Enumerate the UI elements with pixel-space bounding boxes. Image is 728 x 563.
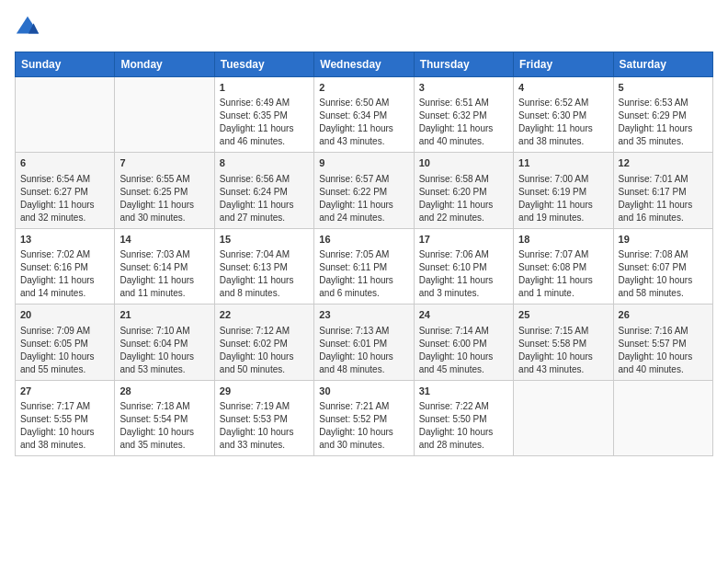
daylight-text: Daylight: 10 hours and 58 minutes. [619,274,708,300]
calendar-cell: 1Sunrise: 6:49 AMSunset: 6:35 PMDaylight… [214,77,313,153]
sunrise-text: Sunrise: 7:08 AM [619,248,708,261]
sunrise-text: Sunrise: 6:51 AM [419,97,508,109]
calendar-cell: 16Sunrise: 7:05 AMSunset: 6:11 PMDayligh… [314,228,414,304]
daylight-text: Daylight: 10 hours and 35 minutes. [119,426,209,452]
day-number: 15 [220,233,309,247]
day-number: 10 [419,156,508,170]
daylight-text: Daylight: 10 hours and 43 minutes. [518,350,608,376]
daylight-text: Daylight: 11 hours and 11 minutes. [119,274,209,300]
sunrise-text: Sunrise: 7:07 AM [518,248,608,261]
day-header-thursday: Thursday [414,52,513,77]
calendar-cell: 7Sunrise: 6:55 AMSunset: 6:25 PMDaylight… [115,153,214,228]
daylight-text: Daylight: 11 hours and 38 minutes. [518,122,608,148]
sunset-text: Sunset: 5:55 PM [20,413,109,426]
calendar-cell: 2Sunrise: 6:50 AMSunset: 6:34 PMDaylight… [314,77,414,153]
daylight-text: Daylight: 11 hours and 24 minutes. [319,199,408,224]
daylight-text: Daylight: 10 hours and 28 minutes. [419,426,508,452]
day-number: 20 [20,308,109,322]
calendar-cell: 24Sunrise: 7:14 AMSunset: 6:00 PMDayligh… [414,304,513,380]
calendar-week-2: 6Sunrise: 6:54 AMSunset: 6:27 PMDaylight… [16,153,713,228]
calendar-week-1: 1Sunrise: 6:49 AMSunset: 6:35 PMDaylight… [16,77,713,153]
sunrise-text: Sunrise: 6:57 AM [319,173,408,186]
calendar-cell: 15Sunrise: 7:04 AMSunset: 6:13 PMDayligh… [214,228,313,304]
daylight-text: Daylight: 11 hours and 6 minutes. [319,274,408,300]
sunset-text: Sunset: 6:22 PM [319,186,408,199]
sunrise-text: Sunrise: 6:55 AM [119,173,209,186]
calendar-cell: 26Sunrise: 7:16 AMSunset: 5:57 PMDayligh… [613,304,712,380]
day-number: 14 [119,233,209,247]
sunrise-text: Sunrise: 7:03 AM [119,248,209,261]
sunset-text: Sunset: 5:50 PM [419,413,508,426]
day-number: 31 [419,385,508,398]
day-number: 23 [319,308,408,322]
sunset-text: Sunset: 6:10 PM [419,261,508,274]
sunset-text: Sunset: 6:13 PM [220,261,309,274]
sunrise-text: Sunrise: 7:04 AM [220,248,309,261]
calendar-cell: 18Sunrise: 7:07 AMSunset: 6:08 PMDayligh… [514,228,613,304]
calendar-cell [613,380,712,455]
sunrise-text: Sunrise: 7:21 AM [319,400,408,413]
sunrise-text: Sunrise: 7:09 AM [20,325,109,338]
sunset-text: Sunset: 6:11 PM [319,261,408,274]
day-number: 9 [319,156,408,170]
daylight-text: Daylight: 11 hours and 19 minutes. [518,199,608,224]
daylight-text: Daylight: 10 hours and 55 minutes. [20,350,109,376]
sunset-text: Sunset: 6:19 PM [518,186,608,199]
sunset-text: Sunset: 5:53 PM [220,413,309,426]
calendar-cell: 30Sunrise: 7:21 AMSunset: 5:52 PMDayligh… [314,380,414,455]
page-header [15,15,713,40]
sunset-text: Sunset: 6:14 PM [119,261,209,274]
sunrise-text: Sunrise: 6:52 AM [518,97,608,109]
day-header-monday: Monday [115,52,214,77]
calendar-cell: 14Sunrise: 7:03 AMSunset: 6:14 PMDayligh… [115,228,214,304]
sunrise-text: Sunrise: 6:56 AM [220,173,309,186]
calendar-cell: 17Sunrise: 7:06 AMSunset: 6:10 PMDayligh… [414,228,513,304]
sunset-text: Sunset: 5:58 PM [518,338,608,350]
calendar-cell: 31Sunrise: 7:22 AMSunset: 5:50 PMDayligh… [414,380,513,455]
sunrise-text: Sunrise: 7:15 AM [518,325,608,338]
daylight-text: Daylight: 11 hours and 40 minutes. [419,122,508,148]
calendar-cell: 19Sunrise: 7:08 AMSunset: 6:07 PMDayligh… [613,228,712,304]
sunrise-text: Sunrise: 6:49 AM [220,97,309,109]
sunrise-text: Sunrise: 7:17 AM [20,400,109,413]
day-number: 28 [119,385,209,398]
calendar-body: 1Sunrise: 6:49 AMSunset: 6:35 PMDaylight… [16,77,713,456]
calendar-cell: 21Sunrise: 7:10 AMSunset: 6:04 PMDayligh… [115,304,214,380]
day-number: 16 [319,233,408,247]
day-number: 24 [419,308,508,322]
sunset-text: Sunset: 6:30 PM [518,109,608,122]
calendar-cell [16,77,115,153]
day-number: 25 [518,308,608,322]
daylight-text: Daylight: 11 hours and 3 minutes. [419,274,508,300]
calendar-header-row: SundayMondayTuesdayWednesdayThursdayFrid… [16,52,713,77]
calendar-week-4: 20Sunrise: 7:09 AMSunset: 6:05 PMDayligh… [16,304,713,380]
sunset-text: Sunset: 6:29 PM [619,109,708,122]
daylight-text: Daylight: 11 hours and 8 minutes. [220,274,309,300]
day-number: 8 [220,156,309,170]
calendar-cell: 28Sunrise: 7:18 AMSunset: 5:54 PMDayligh… [115,380,214,455]
day-number: 2 [319,81,408,95]
calendar-cell: 9Sunrise: 6:57 AMSunset: 6:22 PMDaylight… [314,153,414,228]
day-number: 21 [119,308,209,322]
day-number: 1 [220,81,309,95]
day-number: 27 [20,385,109,398]
sunrise-text: Sunrise: 7:12 AM [220,325,309,338]
daylight-text: Daylight: 10 hours and 50 minutes. [220,350,309,376]
daylight-text: Daylight: 11 hours and 16 minutes. [619,199,708,224]
day-number: 26 [619,308,708,322]
day-number: 13 [20,233,109,247]
sunset-text: Sunset: 6:20 PM [419,186,508,199]
sunset-text: Sunset: 5:57 PM [619,338,708,350]
sunset-text: Sunset: 6:35 PM [220,109,309,122]
sunrise-text: Sunrise: 7:02 AM [20,248,109,261]
calendar-cell [514,380,613,455]
daylight-text: Daylight: 11 hours and 46 minutes. [220,122,309,148]
sunset-text: Sunset: 6:05 PM [20,338,109,350]
sunrise-text: Sunrise: 6:54 AM [20,173,109,186]
calendar-cell: 20Sunrise: 7:09 AMSunset: 6:05 PMDayligh… [16,304,115,380]
sunrise-text: Sunrise: 7:10 AM [119,325,209,338]
day-number: 17 [419,233,508,247]
sunrise-text: Sunrise: 7:18 AM [119,400,209,413]
daylight-text: Daylight: 11 hours and 14 minutes. [20,274,109,300]
daylight-text: Daylight: 11 hours and 43 minutes. [319,122,408,148]
